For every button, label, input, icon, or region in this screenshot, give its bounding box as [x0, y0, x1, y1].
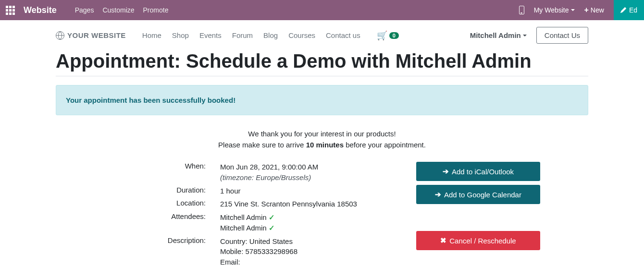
- edit-button[interactable]: Ed: [614, 0, 644, 20]
- intro-line2: Please make sure to arrive 10 minutes be…: [56, 140, 588, 151]
- edit-label: Ed: [629, 6, 637, 14]
- globe-icon: [56, 31, 64, 40]
- user-dropdown[interactable]: Mitchell Admin: [470, 31, 527, 39]
- new-button[interactable]: + New: [584, 6, 604, 14]
- duration-label: Duration:: [134, 186, 220, 196]
- row-when: When: Mon Jun 28, 2021, 9:00:00 AM (time…: [134, 162, 403, 183]
- topnav-customize[interactable]: Customize: [102, 6, 134, 14]
- caret-down-icon: [571, 9, 575, 11]
- intro-bold: 10 minutes: [306, 141, 344, 149]
- page-container: YOUR WEBSITE Home Shop Events Forum Blog…: [56, 20, 588, 266]
- gcal-label: Add to Google Calendar: [444, 191, 521, 199]
- when-datetime: Mon Jun 28, 2021, 9:00:00 AM: [220, 162, 403, 172]
- description-value: Country: United States Mobile: 578533329…: [220, 236, 403, 266]
- top-bar-right: My Website + New Ed: [519, 0, 638, 20]
- details-table: When: Mon Jun 28, 2021, 9:00:00 AM (time…: [134, 162, 403, 266]
- nav-events[interactable]: Events: [199, 31, 222, 39]
- description-label: Description:: [134, 236, 220, 266]
- desc-email: Email:: [220, 257, 403, 266]
- plus-icon: +: [584, 6, 589, 14]
- top-bar: Website Pages Customize Promote My Websi…: [0, 0, 644, 20]
- row-description: Description: Country: United States Mobi…: [134, 236, 403, 266]
- app-brand[interactable]: Website: [24, 5, 57, 15]
- my-website-dropdown[interactable]: My Website: [534, 6, 575, 14]
- nav-forum[interactable]: Forum: [232, 31, 253, 39]
- arrow-right-icon: ➔: [435, 190, 441, 199]
- nav-shop[interactable]: Shop: [172, 31, 189, 39]
- location-value: 215 Vine St. Scranton Pennsylvania 18503: [220, 199, 403, 209]
- caret-down-icon: [523, 35, 527, 36]
- attendee-item: Mitchell Admin✓: [220, 223, 403, 233]
- logo-text: YOUR WEBSITE: [67, 31, 126, 39]
- attendees-label: Attendees:: [134, 212, 220, 233]
- check-icon: ✓: [269, 224, 275, 232]
- when-label: When:: [134, 162, 220, 183]
- actions-column: ➔ Add to iCal/Outlook ➔ Add to Google Ca…: [416, 162, 540, 266]
- nav-contact-us[interactable]: Contact us: [326, 31, 360, 39]
- apps-icon[interactable]: [6, 6, 15, 15]
- intro-suffix: before your appointment.: [344, 141, 426, 149]
- nav-home[interactable]: Home: [142, 31, 161, 39]
- user-area: Mitchell Admin Contact Us: [470, 27, 588, 44]
- mobile-preview-icon[interactable]: [519, 6, 524, 14]
- cancel-label: Cancel / Reschedule: [449, 237, 516, 245]
- when-value: Mon Jun 28, 2021, 9:00:00 AM (timezone: …: [220, 162, 403, 183]
- when-timezone: (timezone: Europe/Brussels): [220, 172, 403, 183]
- user-name: Mitchell Admin: [470, 31, 521, 39]
- top-bar-left: Website Pages Customize Promote: [6, 5, 168, 15]
- attendees-value: Mitchell Admin✓ Mitchell Admin✓: [220, 212, 403, 233]
- page-title: Appointment: Schedule a Demo with Mitche…: [56, 50, 588, 76]
- desc-country: Country: United States: [220, 236, 403, 247]
- my-website-label: My Website: [534, 6, 569, 14]
- site-logo[interactable]: YOUR WEBSITE: [56, 31, 126, 40]
- site-nav: Home Shop Events Forum Blog Courses Cont…: [142, 31, 360, 39]
- intro-text: We thank you for your interest in our pr…: [56, 129, 588, 150]
- new-label: New: [591, 6, 604, 14]
- intro-line1: We thank you for your interest in our pr…: [56, 129, 588, 140]
- cart-badge: 0: [389, 32, 399, 39]
- location-label: Location:: [134, 199, 220, 209]
- cart-button[interactable]: 🛒 0: [377, 30, 399, 41]
- details-area: When: Mon Jun 28, 2021, 9:00:00 AM (time…: [56, 162, 588, 266]
- topnav-promote[interactable]: Promote: [143, 6, 169, 14]
- row-duration: Duration: 1 hour: [134, 186, 403, 196]
- check-icon: ✓: [269, 213, 275, 221]
- add-ical-button[interactable]: ➔ Add to iCal/Outlook: [416, 162, 540, 181]
- ical-label: Add to iCal/Outlook: [452, 168, 514, 176]
- duration-value: 1 hour: [220, 186, 403, 196]
- attendee-name: Mitchell Admin: [220, 213, 267, 221]
- x-icon: ✖: [440, 236, 446, 245]
- cart-icon: 🛒: [377, 30, 387, 41]
- success-alert: Your appointment has been successfully b…: [56, 85, 588, 115]
- intro-prefix: Please make sure to arrive: [218, 141, 306, 149]
- add-gcal-button[interactable]: ➔ Add to Google Calendar: [416, 185, 540, 204]
- arrow-right-icon: ➔: [443, 167, 449, 176]
- desc-mobile: Mobile: 5785333298968: [220, 246, 403, 257]
- attendee-item: Mitchell Admin✓: [220, 212, 403, 223]
- nav-blog[interactable]: Blog: [263, 31, 278, 39]
- pencil-icon: [620, 7, 626, 13]
- row-attendees: Attendees: Mitchell Admin✓ Mitchell Admi…: [134, 212, 403, 233]
- topnav-pages[interactable]: Pages: [75, 6, 94, 14]
- cancel-reschedule-button[interactable]: ✖ Cancel / Reschedule: [416, 231, 540, 250]
- row-location: Location: 215 Vine St. Scranton Pennsylv…: [134, 199, 403, 209]
- nav-courses[interactable]: Courses: [288, 31, 315, 39]
- site-header: YOUR WEBSITE Home Shop Events Forum Blog…: [56, 20, 588, 50]
- attendee-name: Mitchell Admin: [220, 224, 267, 232]
- contact-us-button[interactable]: Contact Us: [536, 27, 588, 44]
